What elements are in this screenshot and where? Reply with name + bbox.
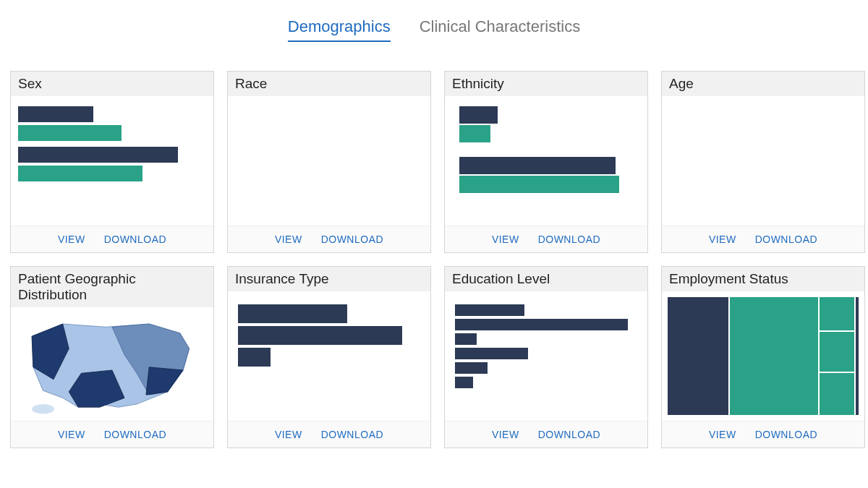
sex-bar bbox=[18, 166, 142, 181]
ethnicity-bar bbox=[459, 125, 490, 142]
download-button[interactable]: DOWNLOAD bbox=[538, 429, 600, 440]
card-footer: VIEW DOWNLOAD bbox=[228, 226, 430, 252]
card-race: Race VIEW DOWNLOAD bbox=[227, 71, 431, 253]
download-button[interactable]: DOWNLOAD bbox=[755, 234, 817, 245]
chart-education-level bbox=[445, 291, 647, 421]
download-button[interactable]: DOWNLOAD bbox=[104, 429, 166, 440]
card-sex: Sex VIEW DOWNLOAD bbox=[10, 71, 214, 253]
card-title-sex: Sex bbox=[11, 72, 213, 96]
card-insurance-type: Insurance Type VIEW DOWNLOAD bbox=[227, 266, 431, 448]
insurance-bar bbox=[238, 326, 402, 345]
view-button[interactable]: VIEW bbox=[709, 429, 736, 440]
treemap-tile bbox=[668, 297, 728, 415]
card-footer: VIEW DOWNLOAD bbox=[445, 421, 647, 448]
card-education-level: Education Level VIEW DOWNLOAD bbox=[444, 266, 648, 448]
card-title-age: Age bbox=[662, 72, 864, 96]
card-footer: VIEW DOWNLOAD bbox=[228, 421, 430, 448]
tab-demographics[interactable]: Demographics bbox=[288, 17, 391, 42]
card-title-employment-status: Employment Status bbox=[662, 267, 864, 291]
education-bar bbox=[455, 362, 488, 374]
treemap-tile bbox=[820, 373, 854, 415]
view-button[interactable]: VIEW bbox=[709, 234, 736, 245]
education-bar bbox=[455, 348, 528, 359]
education-bar bbox=[455, 304, 524, 316]
card-footer: VIEW DOWNLOAD bbox=[662, 421, 864, 448]
card-ethnicity: Ethnicity VIEW DOWNLOAD bbox=[444, 71, 648, 253]
card-title-race: Race bbox=[228, 72, 430, 96]
card-footer: VIEW DOWNLOAD bbox=[662, 226, 864, 252]
card-footer: VIEW DOWNLOAD bbox=[11, 421, 213, 448]
sex-bar bbox=[18, 125, 122, 141]
chart-race bbox=[228, 96, 430, 226]
chart-age bbox=[662, 96, 864, 226]
card-title-insurance-type: Insurance Type bbox=[228, 267, 430, 291]
sex-bar bbox=[18, 147, 178, 163]
card-employment-status: Employment Status VIEW DOWNLOAD bbox=[661, 266, 865, 448]
us-map-icon bbox=[15, 312, 209, 416]
download-button[interactable]: DOWNLOAD bbox=[755, 429, 817, 440]
view-button[interactable]: VIEW bbox=[58, 234, 85, 245]
card-footer: VIEW DOWNLOAD bbox=[445, 226, 647, 252]
card-geographic-distribution: Patient Geographic Distribution VIEW DOW… bbox=[10, 266, 214, 448]
view-button[interactable]: VIEW bbox=[58, 429, 85, 440]
chart-geographic-distribution bbox=[11, 307, 213, 421]
card-title-education-level: Education Level bbox=[445, 267, 647, 291]
treemap-tile bbox=[856, 297, 859, 415]
tab-clinical-characteristics[interactable]: Clinical Characteristics bbox=[420, 17, 581, 42]
card-grid: Sex VIEW DOWNLOAD Race VIEW bbox=[0, 49, 868, 448]
chart-ethnicity bbox=[445, 96, 647, 226]
education-bar bbox=[455, 333, 477, 345]
insurance-bar bbox=[238, 304, 347, 323]
chart-sex bbox=[11, 96, 213, 226]
download-button[interactable]: DOWNLOAD bbox=[104, 234, 166, 245]
education-bar bbox=[455, 377, 473, 388]
ethnicity-bar bbox=[459, 157, 616, 174]
card-age: Age VIEW DOWNLOAD bbox=[661, 71, 865, 253]
insurance-bar bbox=[238, 348, 271, 367]
view-button[interactable]: VIEW bbox=[275, 429, 302, 440]
chart-insurance-type bbox=[228, 291, 430, 421]
chart-employment-status bbox=[662, 291, 864, 421]
ethnicity-bar bbox=[459, 106, 498, 124]
sex-bar bbox=[18, 106, 93, 122]
ethnicity-bar bbox=[459, 176, 619, 193]
card-footer: VIEW DOWNLOAD bbox=[11, 226, 213, 252]
svg-point-0 bbox=[32, 404, 54, 414]
view-button[interactable]: VIEW bbox=[492, 429, 519, 440]
tab-bar: Demographics Clinical Characteristics bbox=[0, 0, 868, 49]
download-button[interactable]: DOWNLOAD bbox=[321, 429, 383, 440]
view-button[interactable]: VIEW bbox=[492, 234, 519, 245]
card-title-geographic-distribution: Patient Geographic Distribution bbox=[11, 267, 213, 307]
treemap-tile bbox=[820, 332, 854, 372]
education-bar bbox=[455, 319, 628, 330]
download-button[interactable]: DOWNLOAD bbox=[321, 234, 383, 245]
view-button[interactable]: VIEW bbox=[275, 234, 302, 245]
download-button[interactable]: DOWNLOAD bbox=[538, 234, 600, 245]
treemap-tile bbox=[820, 297, 854, 330]
treemap-tile bbox=[730, 297, 818, 415]
card-title-ethnicity: Ethnicity bbox=[445, 72, 647, 96]
